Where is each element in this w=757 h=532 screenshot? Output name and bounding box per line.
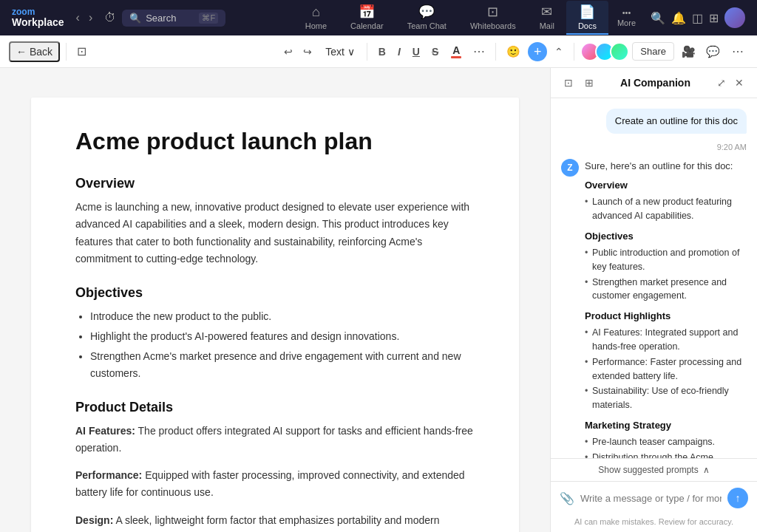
workplace-logo-text: Workplace [12,16,64,29]
objectives-list: Introduce the new product to the public.… [90,308,475,382]
share-button[interactable]: Share [632,42,674,61]
ai-panel-header: ⊡ ⊞ AI Companion ⤢ ✕ [551,68,757,98]
editor-toolbar: ← Back ⊡ ↩ ↪ Text ∨ B I U S A ⋯ 🙂 + ⌃ Sh… [0,35,757,68]
outline-objectives-title: Objectives [585,229,747,244]
document-content: Acme product launch plan Overview Acme i… [31,98,519,532]
ai-features-paragraph: AI Features: The product offers integrat… [75,423,475,457]
ai-companion-panel: ⊡ ⊞ AI Companion ⤢ ✕ Create an outline f… [550,68,757,532]
outline-marketing-title: Marketing Strategy [585,418,747,433]
team-chat-icon: 💬 [418,4,435,20]
collapse-button[interactable]: ⌃ [550,43,568,61]
document-area: Acme product launch plan Overview Acme i… [0,68,550,532]
outline-marketing: Marketing Strategy Pre-launch teaser cam… [585,418,747,458]
user-message-bubble: Create an outline for this doc [606,109,747,134]
whiteboards-label: Whiteboards [470,21,516,30]
forward-arrow-button[interactable]: › [86,8,95,27]
suggested-prompts-label: Show suggested prompts [598,465,698,475]
list-item: Highlight the product's AI-powered featu… [90,328,475,345]
format-buttons-group: B I U S [373,43,444,61]
main-layout: Acme product launch plan Overview Acme i… [0,68,757,532]
message-timestamp: 9:20 AM [561,143,747,151]
ai-header-actions: ⤢ ✕ [714,75,747,90]
ai-response: Z Sure, here's an outline for this doc: … [561,159,747,458]
underline-button[interactable]: U [407,43,425,61]
outline-product-highlights: Product Highlights AI Features: Integrat… [585,309,747,412]
ai-restore-button[interactable]: ⊡ [561,75,576,90]
attach-button[interactable]: 📎 [560,491,574,505]
toolbar-divider-1 [66,43,67,61]
bell-icon[interactable]: 🔔 [671,11,686,25]
product-details-heading: Product Details [75,400,475,415]
nav-item-mail[interactable]: ✉ Mail [528,1,566,35]
ai-panel-footer: Show suggested prompts ∧ 📎 ↑ AI can make… [551,458,757,532]
history-button[interactable]: ⏱ [98,8,122,27]
suggested-prompts-toggle[interactable]: Show suggested prompts ∧ [551,459,757,482]
undo-button[interactable]: ↩ [279,43,297,61]
back-button[interactable]: ← Back [9,41,60,62]
comment-button[interactable]: 💬 [702,42,724,61]
redo-button[interactable]: ↪ [299,43,316,61]
ai-close-button[interactable]: ✕ [732,75,747,90]
search-icon: 🔍 [129,13,141,24]
outline-item: Launch of a new product featuring advanc… [585,195,747,223]
nav-items: ⌂ Home 📅 Calendar 💬 Team Chat ⊡ Whiteboa… [293,1,608,35]
docs-icon: 📄 [579,4,595,20]
apps-icon[interactable]: ⊞ [709,11,719,25]
view-buttons: 🎥 💬 [677,42,724,61]
outline-item: AI Features: Integrated support and hand… [585,326,747,354]
layout-icon[interactable]: ◫ [692,11,703,25]
emoji-button[interactable]: 🙂 [502,42,525,61]
sidebar-toggle-button[interactable]: ⊡ [72,41,91,61]
ai-popout-button[interactable]: ⤢ [714,75,729,90]
overview-paragraph: Acme is launching a new, innovative prod… [75,199,475,267]
collaborator-avatars [580,42,629,61]
send-button[interactable]: ↑ [727,488,748,508]
outline-objectives: Objectives Public introduction and promo… [585,229,747,303]
design-paragraph: Design: A sleek, lightweight form factor… [75,512,475,532]
home-icon: ⌂ [312,4,320,20]
more-format-button[interactable]: ⋯ [469,41,489,61]
strikethrough-button[interactable]: S [427,43,444,61]
ai-companion-avatar: Z [561,159,579,177]
search-nav-icon[interactable]: 🔍 [651,11,665,25]
toolbar-divider-3 [495,43,496,61]
nav-item-team-chat[interactable]: 💬 Team Chat [396,1,458,35]
performance-paragraph: Performance: Equipped with faster proces… [75,467,475,501]
video-button[interactable]: 🎥 [677,42,700,61]
search-label: Search [146,13,194,24]
nav-item-whiteboards[interactable]: ⊡ Whiteboards [458,1,528,35]
back-arrow-button[interactable]: ‹ [73,8,83,27]
italic-button[interactable]: I [393,43,406,61]
objectives-heading: Objectives [75,285,475,301]
collaborator-avatar-3[interactable] [610,42,629,61]
document-title: Acme product launch plan [75,127,475,155]
more-dots-icon: ••• [622,8,631,17]
more-label: More [617,18,636,27]
nav-item-home[interactable]: ⌂ Home [293,1,339,35]
message-input[interactable] [580,493,722,504]
ai-response-content: Sure, here's an outline for this doc: Ov… [585,159,747,458]
list-item: Introduce the new product to the public. [90,308,475,325]
message-input-area: 📎 ↑ [551,482,757,514]
text-style-dropdown[interactable]: Text ∨ [319,43,361,61]
nav-arrows: ‹ › [70,8,99,27]
nav-more[interactable]: ••• More [608,5,645,30]
text-color-button[interactable]: A [447,42,466,61]
nav-item-docs[interactable]: 📄 Docs [566,1,608,35]
search-bar[interactable]: 🔍 Search ⌘F [122,10,225,27]
docs-label: Docs [578,21,597,30]
outline-item: Distribution through the Acme website an… [585,451,747,458]
overview-heading: Overview [75,176,475,191]
home-label: Home [305,21,327,30]
back-label: Back [30,46,52,58]
ai-external-button[interactable]: ⊞ [582,75,597,90]
nav-item-calendar[interactable]: 📅 Calendar [339,1,396,35]
outline-overview-title: Overview [585,178,747,193]
app-logo: zoom Workplace [6,7,70,29]
add-element-button[interactable]: + [528,42,547,61]
user-message-wrapper: Create an outline for this doc [561,109,747,134]
svg-text:Z: Z [567,163,572,173]
user-avatar[interactable] [724,7,745,28]
toolbar-more-button[interactable]: ⋯ [727,41,748,61]
bold-button[interactable]: B [373,43,391,61]
